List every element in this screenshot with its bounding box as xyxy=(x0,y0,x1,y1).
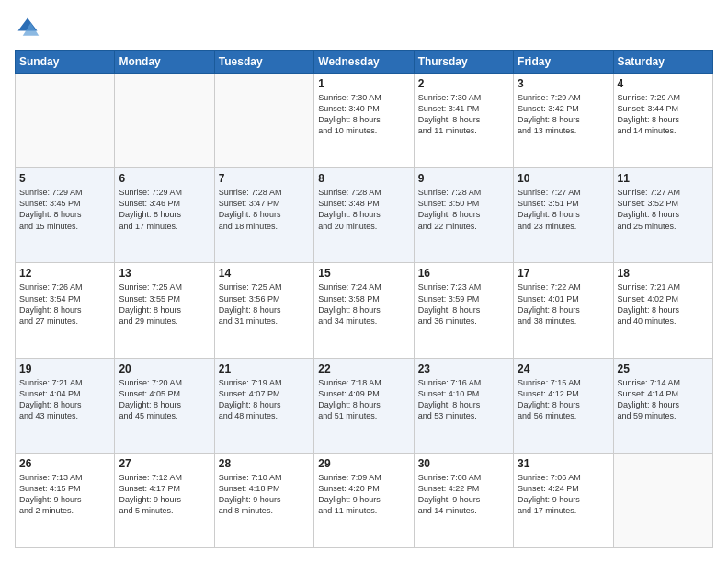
day-info: Sunrise: 7:28 AM Sunset: 3:48 PM Dayligh… xyxy=(318,187,409,232)
weekday-header-tuesday: Tuesday xyxy=(214,51,313,74)
day-number: 21 xyxy=(219,362,310,375)
calendar-cell: 5Sunrise: 7:29 AM Sunset: 3:45 PM Daylig… xyxy=(16,168,115,263)
day-info: Sunrise: 7:29 AM Sunset: 3:46 PM Dayligh… xyxy=(119,187,210,232)
day-number: 6 xyxy=(119,172,210,185)
day-info: Sunrise: 7:13 AM Sunset: 4:15 PM Dayligh… xyxy=(19,472,110,517)
day-number: 3 xyxy=(518,77,609,90)
logo xyxy=(15,15,44,40)
day-info: Sunrise: 7:30 AM Sunset: 3:41 PM Dayligh… xyxy=(418,92,509,137)
calendar-cell: 17Sunrise: 7:22 AM Sunset: 4:01 PM Dayli… xyxy=(514,263,613,358)
day-number: 29 xyxy=(318,457,409,470)
weekday-header-monday: Monday xyxy=(115,51,214,74)
day-number: 10 xyxy=(518,172,609,185)
calendar-cell: 30Sunrise: 7:08 AM Sunset: 4:22 PM Dayli… xyxy=(414,453,513,547)
calendar-cell: 20Sunrise: 7:20 AM Sunset: 4:05 PM Dayli… xyxy=(115,358,214,453)
calendar-cell: 22Sunrise: 7:18 AM Sunset: 4:09 PM Dayli… xyxy=(314,358,414,453)
calendar-cell: 19Sunrise: 7:21 AM Sunset: 4:04 PM Dayli… xyxy=(16,358,115,453)
calendar-cell: 3Sunrise: 7:29 AM Sunset: 3:42 PM Daylig… xyxy=(514,74,613,168)
day-number: 24 xyxy=(518,362,609,375)
calendar-cell: 13Sunrise: 7:25 AM Sunset: 3:55 PM Dayli… xyxy=(115,263,214,358)
page: SundayMondayTuesdayWednesdayThursdayFrid… xyxy=(0,0,728,563)
day-number: 16 xyxy=(418,267,509,280)
day-info: Sunrise: 7:27 AM Sunset: 3:52 PM Dayligh… xyxy=(618,187,709,232)
calendar-cell: 14Sunrise: 7:25 AM Sunset: 3:56 PM Dayli… xyxy=(214,263,313,358)
day-number: 7 xyxy=(219,172,310,185)
day-number: 31 xyxy=(518,457,609,470)
calendar-cell: 2Sunrise: 7:30 AM Sunset: 3:41 PM Daylig… xyxy=(414,74,513,168)
day-info: Sunrise: 7:23 AM Sunset: 3:59 PM Dayligh… xyxy=(418,282,509,327)
calendar-cell: 16Sunrise: 7:23 AM Sunset: 3:59 PM Dayli… xyxy=(414,263,513,358)
day-number: 8 xyxy=(318,172,409,185)
day-info: Sunrise: 7:24 AM Sunset: 3:58 PM Dayligh… xyxy=(318,282,409,327)
day-info: Sunrise: 7:29 AM Sunset: 3:45 PM Dayligh… xyxy=(19,187,110,232)
day-number: 22 xyxy=(318,362,409,375)
day-number: 20 xyxy=(119,362,210,375)
day-info: Sunrise: 7:21 AM Sunset: 4:02 PM Dayligh… xyxy=(618,282,709,327)
calendar-cell: 24Sunrise: 7:15 AM Sunset: 4:12 PM Dayli… xyxy=(514,358,613,453)
day-number: 12 xyxy=(19,267,110,280)
calendar-cell xyxy=(214,74,313,168)
calendar-cell xyxy=(613,453,712,547)
day-number: 17 xyxy=(518,267,609,280)
day-number: 23 xyxy=(418,362,509,375)
calendar-cell: 18Sunrise: 7:21 AM Sunset: 4:02 PM Dayli… xyxy=(613,263,712,358)
day-number: 2 xyxy=(418,77,509,90)
calendar-cell: 15Sunrise: 7:24 AM Sunset: 3:58 PM Dayli… xyxy=(314,263,414,358)
day-info: Sunrise: 7:26 AM Sunset: 3:54 PM Dayligh… xyxy=(19,282,110,327)
calendar-table: SundayMondayTuesdayWednesdayThursdayFrid… xyxy=(15,50,713,548)
day-info: Sunrise: 7:28 AM Sunset: 3:50 PM Dayligh… xyxy=(418,187,509,232)
day-number: 26 xyxy=(19,457,110,470)
calendar-cell: 4Sunrise: 7:29 AM Sunset: 3:44 PM Daylig… xyxy=(613,74,712,168)
day-number: 11 xyxy=(618,172,709,185)
day-info: Sunrise: 7:30 AM Sunset: 3:40 PM Dayligh… xyxy=(318,92,409,137)
calendar-cell: 27Sunrise: 7:12 AM Sunset: 4:17 PM Dayli… xyxy=(115,453,214,547)
calendar-cell xyxy=(16,74,115,168)
day-info: Sunrise: 7:09 AM Sunset: 4:20 PM Dayligh… xyxy=(318,472,409,517)
weekday-header-thursday: Thursday xyxy=(414,51,513,74)
day-number: 1 xyxy=(318,77,409,90)
day-number: 27 xyxy=(119,457,210,470)
weekday-header-wednesday: Wednesday xyxy=(314,51,414,74)
day-info: Sunrise: 7:12 AM Sunset: 4:17 PM Dayligh… xyxy=(119,472,210,517)
day-number: 15 xyxy=(318,267,409,280)
day-number: 4 xyxy=(618,77,709,90)
calendar-cell: 26Sunrise: 7:13 AM Sunset: 4:15 PM Dayli… xyxy=(16,453,115,547)
day-number: 19 xyxy=(19,362,110,375)
day-number: 30 xyxy=(418,457,509,470)
logo-icon xyxy=(15,15,40,40)
day-info: Sunrise: 7:06 AM Sunset: 4:24 PM Dayligh… xyxy=(518,472,609,517)
calendar-cell: 11Sunrise: 7:27 AM Sunset: 3:52 PM Dayli… xyxy=(613,168,712,263)
calendar-cell: 25Sunrise: 7:14 AM Sunset: 4:14 PM Dayli… xyxy=(613,358,712,453)
calendar-cell: 21Sunrise: 7:19 AM Sunset: 4:07 PM Dayli… xyxy=(214,358,313,453)
calendar-cell: 29Sunrise: 7:09 AM Sunset: 4:20 PM Dayli… xyxy=(314,453,414,547)
calendar-cell: 28Sunrise: 7:10 AM Sunset: 4:18 PM Dayli… xyxy=(214,453,313,547)
day-info: Sunrise: 7:22 AM Sunset: 4:01 PM Dayligh… xyxy=(518,282,609,327)
weekday-header-friday: Friday xyxy=(514,51,613,74)
day-info: Sunrise: 7:15 AM Sunset: 4:12 PM Dayligh… xyxy=(518,377,609,422)
calendar-cell: 1Sunrise: 7:30 AM Sunset: 3:40 PM Daylig… xyxy=(314,74,414,168)
calendar-cell: 23Sunrise: 7:16 AM Sunset: 4:10 PM Dayli… xyxy=(414,358,513,453)
day-info: Sunrise: 7:29 AM Sunset: 3:44 PM Dayligh… xyxy=(618,92,709,137)
calendar-cell: 7Sunrise: 7:28 AM Sunset: 3:47 PM Daylig… xyxy=(214,168,313,263)
calendar-cell: 12Sunrise: 7:26 AM Sunset: 3:54 PM Dayli… xyxy=(16,263,115,358)
day-number: 5 xyxy=(19,172,110,185)
calendar-cell: 8Sunrise: 7:28 AM Sunset: 3:48 PM Daylig… xyxy=(314,168,414,263)
day-info: Sunrise: 7:25 AM Sunset: 3:56 PM Dayligh… xyxy=(219,282,310,327)
day-info: Sunrise: 7:29 AM Sunset: 3:42 PM Dayligh… xyxy=(518,92,609,137)
day-info: Sunrise: 7:20 AM Sunset: 4:05 PM Dayligh… xyxy=(119,377,210,422)
calendar-cell: 6Sunrise: 7:29 AM Sunset: 3:46 PM Daylig… xyxy=(115,168,214,263)
day-info: Sunrise: 7:21 AM Sunset: 4:04 PM Dayligh… xyxy=(19,377,110,422)
calendar-cell: 9Sunrise: 7:28 AM Sunset: 3:50 PM Daylig… xyxy=(414,168,513,263)
day-number: 9 xyxy=(418,172,509,185)
calendar-cell: 10Sunrise: 7:27 AM Sunset: 3:51 PM Dayli… xyxy=(514,168,613,263)
day-number: 18 xyxy=(618,267,709,280)
day-info: Sunrise: 7:08 AM Sunset: 4:22 PM Dayligh… xyxy=(418,472,509,517)
day-info: Sunrise: 7:16 AM Sunset: 4:10 PM Dayligh… xyxy=(418,377,509,422)
weekday-header-saturday: Saturday xyxy=(613,51,712,74)
day-info: Sunrise: 7:19 AM Sunset: 4:07 PM Dayligh… xyxy=(219,377,310,422)
day-info: Sunrise: 7:25 AM Sunset: 3:55 PM Dayligh… xyxy=(119,282,210,327)
day-info: Sunrise: 7:28 AM Sunset: 3:47 PM Dayligh… xyxy=(219,187,310,232)
day-number: 28 xyxy=(219,457,310,470)
day-info: Sunrise: 7:10 AM Sunset: 4:18 PM Dayligh… xyxy=(219,472,310,517)
day-info: Sunrise: 7:27 AM Sunset: 3:51 PM Dayligh… xyxy=(518,187,609,232)
